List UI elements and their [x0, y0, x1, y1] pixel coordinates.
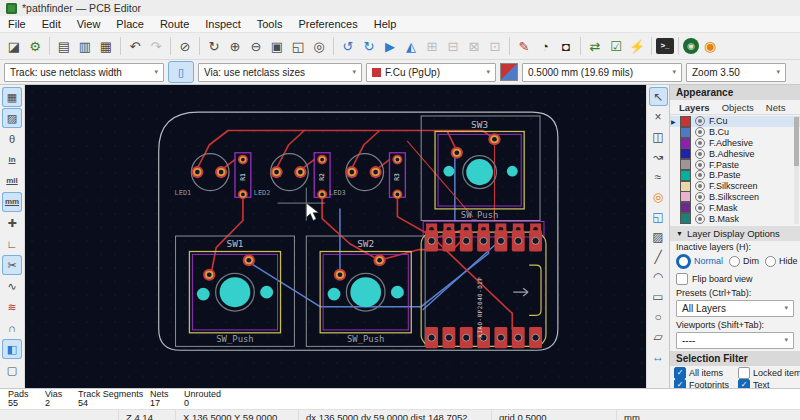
layer-row-bsilkscreen[interactable]: B.Silkscreen — [670, 192, 800, 203]
visibility-eye-icon[interactable] — [695, 138, 705, 148]
menu-file[interactable]: File — [0, 18, 34, 30]
layer-row-bcu[interactable]: B.Cu — [670, 127, 800, 138]
add-arc-icon[interactable]: ◠ — [649, 267, 668, 286]
add-line-icon[interactable]: ╱ — [649, 247, 668, 266]
save-icon[interactable]: ◪ — [4, 36, 24, 56]
page-settings-icon[interactable]: ▤ — [54, 36, 74, 56]
layer-row-bmask[interactable]: B.Mask — [670, 213, 800, 224]
pcb-canvas[interactable]: LED1 R1 LED2 R2 LED3 — [25, 85, 646, 388]
edit-tracks-vias-icon[interactable]: ⚡ — [627, 36, 647, 56]
zoom-in-icon[interactable]: ⊕ — [225, 36, 245, 56]
layer-list-scrollbar[interactable] — [794, 117, 799, 224]
layer-row-fcu[interactable]: F.Cu — [670, 116, 800, 127]
visibility-eye-icon[interactable] — [695, 149, 705, 159]
polar-coords-icon[interactable]: θ — [2, 129, 22, 149]
visibility-eye-icon[interactable] — [695, 214, 705, 224]
zoom-fit-icon[interactable]: ▣ — [267, 36, 287, 56]
undo-icon[interactable]: ↶ — [125, 36, 145, 56]
menu-view[interactable]: View — [69, 18, 109, 30]
add-dimension-icon[interactable]: ↔ — [649, 347, 668, 366]
add-circle-icon[interactable]: ○ — [649, 307, 668, 326]
net-colors-icon[interactable]: ≋ — [2, 297, 22, 317]
visibility-eye-icon[interactable] — [695, 116, 705, 126]
zoom-selection-icon[interactable]: ◎ — [309, 36, 329, 56]
find-icon[interactable]: ⊘ — [175, 36, 195, 56]
filter-text[interactable]: Text — [738, 380, 800, 388]
plugin-pcm-icon[interactable]: ◉ — [683, 38, 699, 54]
layer-row-fsilkscreen[interactable]: F.Silkscreen — [670, 181, 800, 192]
filter-locked-items[interactable]: Locked items — [738, 368, 800, 379]
tab-nets[interactable]: Nets — [761, 102, 791, 113]
menu-edit[interactable]: Edit — [34, 18, 69, 30]
drc-icon[interactable]: ☑ — [606, 36, 626, 56]
route-diff-pairs-icon[interactable]: ≈ — [649, 167, 668, 186]
units-mils-icon[interactable]: mil — [2, 171, 22, 191]
active-layer-select[interactable]: F.Cu (PgUp) ▾ — [366, 63, 496, 82]
plugin-blender-icon[interactable]: ◉ — [700, 36, 720, 56]
units-mm-icon[interactable]: mm — [2, 192, 22, 212]
add-polygon-icon[interactable]: ▱ — [649, 327, 668, 346]
ratsnest-visibility-icon[interactable]: ✂ — [2, 255, 22, 275]
print-icon[interactable]: ▥ — [75, 36, 95, 56]
drawing-sheet-icon[interactable]: ∟ — [2, 234, 22, 254]
mirror-icon[interactable]: ◭ — [401, 36, 421, 56]
layer-row-fmask[interactable]: F.Mask — [670, 202, 800, 213]
footprint-editor-icon[interactable]: ✎ — [514, 36, 534, 56]
add-footprint-icon[interactable]: ◫ — [649, 127, 668, 146]
radio-hide[interactable]: Hide — [765, 256, 798, 267]
layer-row-fpaste[interactable]: F.Paste — [670, 159, 800, 170]
zoom-objects-icon[interactable]: ◱ — [288, 36, 308, 56]
zoom-select[interactable]: Zoom 3.50 ▾ — [686, 63, 786, 82]
visibility-eye-icon[interactable] — [695, 181, 705, 191]
radio-normal[interactable]: Normal — [676, 254, 723, 269]
via-size-select[interactable]: Via: use netclass sizes ▾ — [198, 63, 362, 82]
refresh-icon[interactable]: ↻ — [204, 36, 224, 56]
high-contrast-mode-icon[interactable]: ◧ — [2, 339, 22, 359]
select-tool-icon[interactable]: ↖ — [649, 87, 668, 106]
track-width-select[interactable]: Track: use netclass width ▾ — [4, 63, 164, 82]
footprint-browser-icon[interactable]: ◔ — [535, 36, 555, 56]
viewports-select[interactable]: ---- ▾ — [676, 332, 794, 349]
lock-icon[interactable]: ⊠ — [464, 36, 484, 56]
footprint-wizard-icon[interactable]: ◘ — [556, 36, 576, 56]
flip-icon[interactable]: ▶ — [380, 36, 400, 56]
visibility-eye-icon[interactable] — [695, 203, 705, 213]
visibility-eye-icon[interactable] — [695, 127, 705, 137]
crosshair-style-icon[interactable]: ✚ — [2, 213, 22, 233]
add-zone-icon[interactable]: ◱ — [649, 207, 668, 226]
plot-icon[interactable]: ▦ — [96, 36, 116, 56]
flip-board-view-checkbox[interactable]: Flip board view — [670, 271, 800, 287]
tab-layers[interactable]: Layers — [674, 102, 715, 113]
tab-objects[interactable]: Objects — [717, 102, 759, 113]
unlock-icon[interactable]: ⊡ — [485, 36, 505, 56]
layer-display-options-header[interactable]: ▼ Layer Display Options — [670, 226, 800, 241]
ratsnest-curved-icon[interactable]: ∿ — [2, 276, 22, 296]
group-icon[interactable]: ⊞ — [422, 36, 442, 56]
visibility-eye-icon[interactable] — [695, 192, 705, 202]
visibility-eye-icon[interactable] — [695, 170, 705, 180]
add-rectangle-icon[interactable]: ▭ — [649, 287, 668, 306]
layer-row-fadhesive[interactable]: F.Adhesive — [670, 138, 800, 149]
layer-row-bpaste[interactable]: B.Paste — [670, 170, 800, 181]
layer-row-badhesive[interactable]: B.Adhesive — [670, 148, 800, 159]
visibility-eye-icon[interactable] — [695, 160, 705, 170]
zoom-out-icon[interactable]: ⊖ — [246, 36, 266, 56]
redo-icon[interactable]: ↷ — [146, 36, 166, 56]
units-inches-icon[interactable]: in — [2, 150, 22, 170]
track-width-toggle-button[interactable]: ▯ — [168, 61, 194, 83]
menu-tools[interactable]: Tools — [249, 18, 291, 30]
menu-help[interactable]: Help — [366, 18, 405, 30]
route-tracks-icon[interactable]: ↝ — [649, 147, 668, 166]
update-pcb-icon[interactable]: ⇄ — [585, 36, 605, 56]
local-ratsnest-icon[interactable]: × — [649, 107, 668, 126]
filter-all-items[interactable]: All items — [674, 368, 736, 379]
menu-inspect[interactable]: Inspect — [197, 18, 248, 30]
zone-display-mode-icon[interactable]: ▢ — [2, 360, 22, 380]
grid-visibility-icon[interactable]: ▦ — [2, 87, 22, 107]
track-display-mode-icon[interactable]: ∩ — [2, 318, 22, 338]
menu-place[interactable]: Place — [108, 18, 152, 30]
filter-footprints[interactable]: Footprints — [674, 380, 736, 388]
rotate-ccw-icon[interactable]: ↺ — [338, 36, 358, 56]
presets-select[interactable]: All Layers ▾ — [676, 300, 794, 317]
ungroup-icon[interactable]: ⊟ — [443, 36, 463, 56]
